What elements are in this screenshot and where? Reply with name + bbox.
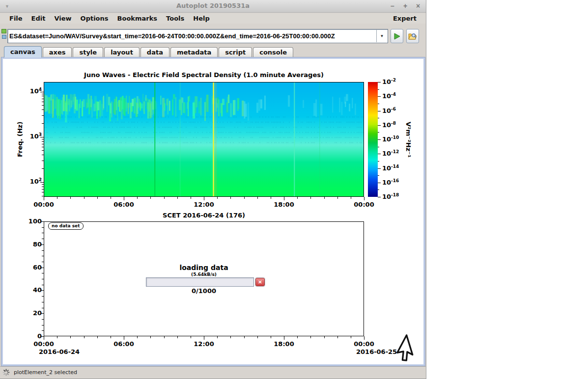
y-tick-label: 0 [23,332,42,340]
colorbar-tick-label: 10-2 [382,78,404,85]
menu-item-edit[interactable]: Edit [27,15,50,22]
x-tick-label: 12:00 [191,201,217,208]
y-minor-tick [42,189,44,190]
y-minor-tick [42,102,44,102]
x-tick [244,336,245,338]
y-minor-tick [42,239,44,239]
tab-metadata[interactable]: metadata [170,47,218,57]
x-tick-label: 12:00 [191,340,217,348]
busy-spinner-icon [2,369,10,376]
y-tick-label: 102 [22,177,42,185]
tab-script[interactable]: script [219,47,252,57]
tab-style[interactable]: style [73,47,103,57]
open-file-button[interactable] [406,29,419,43]
y-minor-tick [42,99,44,99]
menu-item-help[interactable]: Help [189,15,214,22]
plot-canvas[interactable]: Juno Waves - Electric Field Spectral Den… [3,59,423,364]
menubar: FileEditViewOptionsBookmarksToolsHelp Ex… [0,13,426,24]
canvas-panel: Juno Waves - Electric Field Spectral Den… [1,57,425,366]
loading-progress-bar[interactable] [146,277,254,287]
x-tick [204,336,204,340]
x-tick [164,197,165,199]
x-tick [124,197,124,200]
tab-data[interactable]: data [140,47,169,57]
x-tick [284,197,284,200]
close-button[interactable]: × [414,1,422,10]
x-tick [271,336,271,338]
maximize-button[interactable]: + [401,1,409,10]
plot1-xlabel: SCET 2016-06-24 (176) [44,212,364,219]
x-tick [44,197,44,200]
x-tick [284,336,284,340]
spectrogram-plot[interactable] [44,82,364,197]
x-tick [70,197,71,199]
x-tick [297,336,298,338]
colorbar-tick [378,168,381,169]
x-tick [150,336,151,338]
x-tick-label: 18:00 [271,340,297,348]
colorbar-minor-tick [378,89,379,90]
colorbar-tick-label: 10-10 [382,135,404,143]
y-minor-tick [42,161,44,161]
uri-input[interactable] [9,30,376,42]
x-tick [111,197,111,199]
y-minor-tick [42,250,44,251]
tab-console[interactable]: console [253,47,293,57]
colorbar-tick [378,82,381,82]
x-tick [164,336,165,338]
menu-item-file[interactable]: File [5,15,27,22]
x-tick [364,197,364,200]
x-tick [217,197,218,199]
colorbar-minor-tick [378,104,379,104]
window-titlebar[interactable]: ▼ Autoplot 20190531a – + × [0,0,426,13]
tab-layout[interactable]: layout [104,47,140,57]
y-minor-tick [42,273,44,273]
expert-mode-label[interactable]: Expert [389,15,421,22]
minimize-button[interactable]: – [389,1,396,10]
x-tick [217,336,218,338]
tab-canvas[interactable]: canvas [4,46,42,57]
x-tick [337,197,338,199]
x-tick [137,197,138,199]
x-tick [257,336,258,338]
y-tick-label: 103 [22,132,42,140]
y-minor-tick [42,115,44,116]
colorbar-minor-tick [378,147,379,147]
go-plot-button[interactable] [391,29,403,43]
play-icon [393,32,401,40]
y-tick-label: 60 [23,264,42,271]
menu-item-options[interactable]: Options [76,15,113,22]
colorbar-tick-label: 10-6 [382,107,404,114]
y-minor-tick [42,144,44,144]
x-tick [97,197,98,199]
colorbar-tick [378,139,381,140]
x-tick [57,336,57,338]
y-minor-tick [42,187,44,187]
status-bar: plotElement_2 selected [0,366,426,378]
cancel-loading-button[interactable]: ✕ [255,278,265,286]
menu-item-bookmarks[interactable]: Bookmarks [113,15,162,22]
x-tick [271,197,271,199]
x-tick [297,197,298,199]
x-tick [177,336,178,338]
y-minor-tick [42,123,44,124]
x-tick [150,197,151,199]
x-tick-label: 00:00 [351,340,377,348]
menu-item-tools[interactable]: Tools [162,15,189,22]
datasource-green-square-icon [1,29,6,33]
colorbar-unit-label: V²m⁻²Hz⁻¹ [403,82,413,197]
x-tick [364,336,364,340]
uri-dropdown-button[interactable]: ▼ [376,30,387,42]
colorbar-minor-tick [378,175,379,176]
y-minor-tick [42,227,44,228]
y-minor-tick [42,96,44,96]
tab-axes[interactable]: axes [43,47,72,57]
y-minor-tick [42,330,44,331]
menu-item-view[interactable]: View [50,15,76,22]
colorbar-minor-tick [378,161,379,162]
colorbar-tick [378,96,381,97]
x-tick [137,336,138,338]
y-minor-tick [42,308,44,308]
uri-combobox: ▼ [7,29,388,43]
colorbar-minor-tick [378,190,379,190]
